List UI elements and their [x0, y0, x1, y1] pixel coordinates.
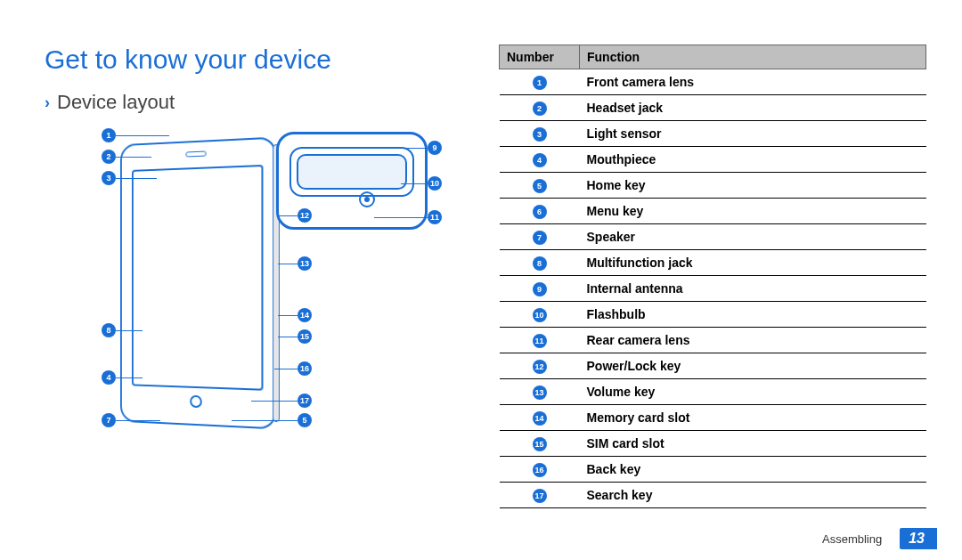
number-badge-icon: 4 [533, 153, 547, 167]
callout-marker: 14 [298, 308, 312, 322]
lead-line [401, 183, 428, 184]
chevron-icon: › [45, 93, 50, 112]
rear-camera-icon [359, 191, 375, 207]
lead-line [116, 157, 151, 158]
lead-line [116, 178, 157, 179]
number-badge-icon: 7 [533, 231, 547, 245]
callout-marker: 1 [102, 128, 116, 142]
number-badge-icon: 17 [533, 489, 547, 503]
callout-marker: 4 [102, 370, 116, 385]
lead-line [251, 401, 298, 402]
table-row: 16Back key [500, 457, 926, 483]
table-number-cell: 17 [500, 483, 580, 508]
table-number-cell: 8 [500, 250, 580, 276]
number-badge-icon: 1 [533, 76, 547, 90]
number-badge-icon: 13 [533, 386, 547, 400]
rear-panel-glass [297, 154, 407, 190]
callout-marker: 16 [298, 361, 312, 376]
table-header-number: Number [500, 45, 580, 69]
number-badge-icon: 16 [533, 463, 547, 477]
table-number-cell: 12 [500, 353, 580, 379]
lead-line [116, 420, 160, 421]
table-number-cell: 6 [500, 199, 580, 224]
number-badge-icon: 11 [533, 334, 547, 348]
footer-section-label: Assembling [822, 532, 882, 546]
table-function-cell: Back key [580, 457, 926, 483]
callout-marker: 9 [428, 141, 442, 155]
callout-marker: 12 [298, 208, 312, 223]
table-row: 14Memory card slot [500, 405, 926, 431]
home-key-icon [190, 395, 202, 409]
function-table-body: 1Front camera lens2Headset jack3Light se… [500, 69, 926, 508]
device-layout-diagram: 123847121314151617591011 [45, 123, 436, 461]
number-badge-icon: 15 [533, 437, 547, 451]
table-row: 5Home key [500, 173, 926, 199]
table-function-cell: Front camera lens [580, 69, 926, 95]
callout-marker: 5 [298, 413, 312, 427]
device-front-outline [120, 137, 276, 430]
callout-marker: 10 [428, 176, 442, 191]
table-row: 17Search key [500, 483, 926, 508]
lead-line [278, 215, 298, 216]
table-row: 12Power/Lock key [500, 353, 926, 379]
lead-line [278, 315, 298, 316]
number-badge-icon: 6 [533, 205, 547, 219]
table-number-cell: 1 [500, 69, 580, 95]
callout-marker: 11 [428, 210, 442, 224]
table-row: 10Flashbulb [500, 302, 926, 328]
callout-marker: 7 [102, 413, 116, 427]
table-number-cell: 3 [500, 121, 580, 147]
number-badge-icon: 8 [533, 256, 547, 271]
table-row: 13Volume key [500, 379, 926, 405]
function-table: Number Function 1Front camera lens2Heads… [499, 45, 926, 508]
table-number-cell: 5 [500, 173, 580, 199]
subheading: › Device layout [45, 91, 490, 114]
table-function-cell: Rear camera lens [580, 328, 926, 353]
number-badge-icon: 14 [533, 411, 547, 426]
table-function-cell: Search key [580, 483, 926, 508]
lead-line [116, 135, 169, 136]
callout-marker: 15 [298, 329, 312, 344]
number-badge-icon: 12 [533, 360, 547, 374]
table-number-cell: 16 [500, 457, 580, 483]
table-header-function: Function [580, 45, 926, 69]
table-function-cell: SIM card slot [580, 431, 926, 457]
table-number-cell: 2 [500, 95, 580, 121]
lead-line [278, 264, 298, 264]
subheading-text: Device layout [57, 91, 175, 114]
table-function-cell: Multifunction jack [580, 250, 926, 276]
front-camera-icon [185, 150, 206, 157]
footer-page-number: 13 [900, 528, 937, 549]
table-function-cell: Speaker [580, 224, 926, 250]
callout-marker: 17 [298, 394, 312, 408]
table-function-cell: Flashbulb [580, 302, 926, 328]
page-title: Get to know your device [45, 45, 490, 75]
lead-line [232, 420, 298, 421]
table-row: 11Rear camera lens [500, 328, 926, 353]
number-badge-icon: 2 [533, 101, 547, 116]
lead-line [278, 337, 298, 337]
table-number-cell: 11 [500, 328, 580, 353]
lead-line [374, 217, 428, 218]
table-row: 2Headset jack [500, 95, 926, 121]
device-screen-outline [132, 165, 264, 391]
table-function-cell: Volume key [580, 379, 926, 405]
table-function-cell: Home key [580, 173, 926, 199]
table-row: 15SIM card slot [500, 431, 926, 457]
callout-marker: 2 [102, 150, 116, 164]
callout-marker: 3 [102, 171, 116, 185]
table-function-cell: Menu key [580, 199, 926, 224]
table-number-cell: 10 [500, 302, 580, 328]
table-row: 6Menu key [500, 199, 926, 224]
table-number-cell: 14 [500, 405, 580, 431]
table-number-cell: 4 [500, 147, 580, 173]
table-function-cell: Memory card slot [580, 405, 926, 431]
number-badge-icon: 5 [533, 179, 547, 193]
table-number-cell: 15 [500, 431, 580, 457]
table-function-cell: Light sensor [580, 121, 926, 147]
lead-line [401, 148, 428, 149]
number-badge-icon: 3 [533, 127, 547, 142]
lead-line [116, 330, 143, 331]
table-function-cell: Mouthpiece [580, 147, 926, 173]
page-footer: Assembling 13 [822, 528, 937, 549]
